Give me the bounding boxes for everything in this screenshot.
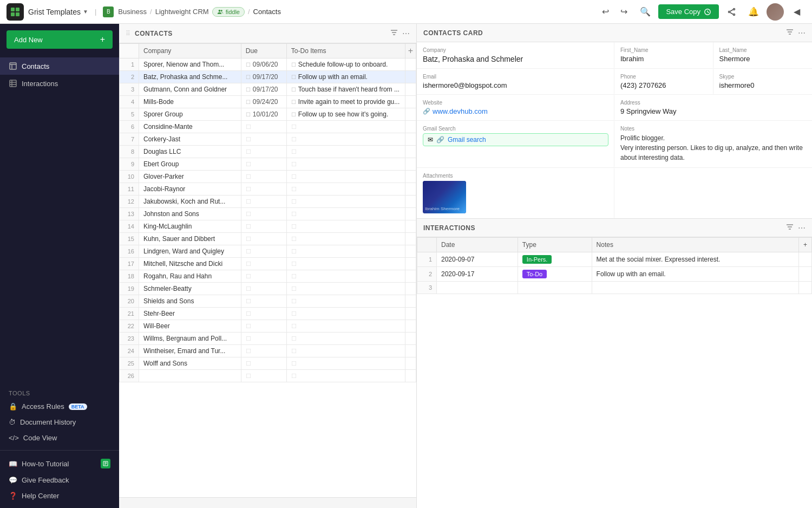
table-row[interactable]: 24 Wintheiser, Emard and Tur... ☐ ☐ <box>120 345 416 357</box>
int-date-header[interactable]: Date <box>437 238 518 252</box>
team-badge[interactable]: fiddle <box>212 7 245 17</box>
due-cell: ☐10/01/20 <box>241 108 286 121</box>
collapse-sidebar-button[interactable]: ◀ <box>788 3 806 21</box>
interactions-more-icon[interactable]: ⋯ <box>798 224 806 232</box>
table-row[interactable]: 20 Shields and Sons ☐ ☐ <box>120 295 416 308</box>
table-row[interactable]: 18 Rogahn, Rau and Hahn ☐ ☐ <box>120 270 416 283</box>
table-row[interactable]: 25 Wolff and Sons ☐ ☐ <box>120 357 416 370</box>
type-badge: To-Do <box>522 270 547 278</box>
sidebar-code-view[interactable]: </> Code View <box>0 430 119 446</box>
share-button[interactable] <box>723 3 741 21</box>
add-new-button[interactable]: Add New + <box>6 30 113 49</box>
row-num: 8 <box>120 146 139 158</box>
list-item[interactable]: 1 2020-09-07 In-Pers. Met at the social … <box>417 252 812 267</box>
todo-header[interactable]: To-Do Items <box>286 44 405 58</box>
filter-icon[interactable] <box>390 29 398 38</box>
table-row[interactable]: 10 Glover-Parker ☐ ☐ <box>120 171 416 183</box>
interactions-filter-icon[interactable] <box>786 223 794 232</box>
gmail-search-input[interactable]: ✉ 🔗 Gmail search <box>423 133 608 146</box>
contacts-table-wrap[interactable]: Company Due To-Do Items + 1 Sporer, Nien… <box>119 43 416 497</box>
card-title: CONTACTS Card <box>423 29 782 37</box>
table-row[interactable]: 7 Corkery-Jast ☐ ☐ <box>120 133 416 146</box>
due-header[interactable]: Due <box>241 44 286 58</box>
save-copy-button[interactable]: Save Copy <box>658 4 719 19</box>
due-cell: ☐09/17/20 <box>241 71 286 83</box>
sidebar-document-history[interactable]: ⏱ Document History <box>0 414 119 430</box>
notifications-button[interactable]: 🔔 <box>745 3 762 21</box>
company-cell: Wolff and Sons <box>139 357 241 370</box>
table-row[interactable]: 6 Considine-Mante ☐ ☐ <box>120 121 416 133</box>
table-row[interactable]: 3 Gutmann, Conn and Goldner ☐09/17/20 ☐T… <box>120 83 416 96</box>
row-num: 11 <box>120 183 139 196</box>
card-more-icon[interactable]: ⋯ <box>798 29 806 37</box>
sidebar-access-rules[interactable]: 🔒 Access Rules BETA <box>0 399 119 414</box>
table-row[interactable]: 8 Douglas LLC ☐ ☐ <box>120 146 416 158</box>
extra-cell <box>405 108 416 121</box>
row-num: 15 <box>120 233 139 245</box>
table-row[interactable]: 13 Johnston and Sons ☐ ☐ <box>120 208 416 220</box>
int-type-header[interactable]: Type <box>518 238 592 252</box>
sidebar-item-contacts[interactable]: Contacts <box>0 57 119 75</box>
table-row[interactable]: 21 Stehr-Beer ☐ ☐ <box>120 308 416 320</box>
sidebar-how-to[interactable]: 📖 How-to Tutorial <box>0 455 119 472</box>
attachment-thumbnail[interactable]: Ibrahim Shermore <box>423 181 466 213</box>
extra-cell <box>405 258 416 270</box>
table-row[interactable]: 15 Kuhn, Sauer and Dibbert ☐ ☐ <box>120 233 416 245</box>
app-name[interactable]: Grist Templates ▼ <box>28 8 88 16</box>
phone-field: Phone (423) 2707626 <box>614 69 713 94</box>
list-item[interactable]: 3 <box>417 282 812 294</box>
breadcrumb-section[interactable]: Business <box>118 8 147 16</box>
redo-button[interactable]: ↪ <box>615 3 632 21</box>
int-add-col-button[interactable]: + <box>798 238 811 252</box>
table-row[interactable]: 17 Mitchell, Nitzsche and Dicki ☐ ☐ <box>120 258 416 270</box>
table-row[interactable]: 12 Jakubowski, Koch and Rut... ☐ ☐ <box>120 196 416 208</box>
more-icon[interactable]: ⋯ <box>402 29 410 38</box>
undo-button[interactable]: ↩ <box>597 3 614 21</box>
gmail-link[interactable]: Gmail search <box>448 136 486 144</box>
int-date-cell <box>437 282 518 294</box>
list-item[interactable]: 2 2020-09-17 To-Do Follow up with an ema… <box>417 267 812 282</box>
svg-rect-11 <box>10 80 16 87</box>
card-filter-icon[interactable] <box>786 28 794 37</box>
user-avatar[interactable] <box>767 3 784 21</box>
extra-cell <box>405 121 416 133</box>
breadcrumb-doc[interactable]: Lightweight CRM <box>155 8 209 16</box>
table-row[interactable]: 22 Will-Beer ☐ ☐ <box>120 320 416 333</box>
table-row[interactable]: 1 Sporer, Nienow and Thom... ☐09/06/20 ☐… <box>120 58 416 71</box>
table-row[interactable]: 14 King-McLaughlin ☐ ☐ <box>120 220 416 233</box>
due-cell: ☐ <box>241 333 286 345</box>
website-link[interactable]: 🔗 www.devhub.com <box>423 107 608 115</box>
app-logo[interactable] <box>6 3 24 21</box>
add-column-button[interactable]: + <box>405 44 416 58</box>
sidebar-give-feedback[interactable]: 💬 Give Feedback <box>0 472 119 488</box>
table-row[interactable]: 2 Batz, Prohaska and Schme... ☐09/17/20 … <box>120 71 416 83</box>
table-row[interactable]: 11 Jacobi-Raynor ☐ ☐ <box>120 183 416 196</box>
row-num: 9 <box>120 158 139 171</box>
sidebar-help-center[interactable]: ❓ Help Center <box>0 488 119 504</box>
extra-cell <box>405 283 416 295</box>
sidebar-item-interactions[interactable]: Interactions <box>0 75 119 92</box>
extra-cell <box>405 71 416 83</box>
table-row[interactable]: 16 Lindgren, Ward and Quigley ☐ ☐ <box>120 245 416 258</box>
contacts-table-footer <box>119 497 416 508</box>
company-cell: King-McLaughlin <box>139 220 241 233</box>
company-cell: Will-Beer <box>139 320 241 333</box>
due-cell: ☐ <box>241 357 286 370</box>
int-row-num: 1 <box>417 252 437 267</box>
todo-cell: ☐ <box>286 283 405 295</box>
search-button[interactable]: 🔍 <box>637 3 654 21</box>
interactions-table-wrap[interactable]: Date Type Notes + 1 2020-09-07 In-Pers. … <box>417 237 812 508</box>
table-row[interactable]: 9 Ebert Group ☐ ☐ <box>120 158 416 171</box>
company-header[interactable]: Company <box>139 44 241 58</box>
card-body: Company Batz, Prohaska and Schmeler Firs… <box>417 42 812 218</box>
table-row[interactable]: 23 Willms, Bergnaum and Poll... ☐ ☐ <box>120 333 416 345</box>
table-row[interactable]: 19 Schmeler-Beatty ☐ ☐ <box>120 283 416 295</box>
drag-handle[interactable]: ⠿ <box>126 30 130 37</box>
company-cell: Rogahn, Rau and Hahn <box>139 270 241 283</box>
table-row[interactable]: 26 ☐ ☐ <box>120 370 416 382</box>
table-row[interactable]: 5 Sporer Group ☐10/01/20 ☐Follow up to s… <box>120 108 416 121</box>
todo-cell: ☐ <box>286 171 405 183</box>
int-rownum-header <box>417 238 437 252</box>
table-row[interactable]: 4 Mills-Bode ☐09/24/20 ☐Invite again to … <box>120 96 416 108</box>
int-notes-header[interactable]: Notes <box>592 238 798 252</box>
